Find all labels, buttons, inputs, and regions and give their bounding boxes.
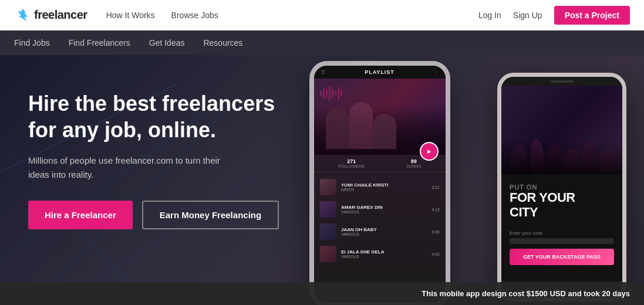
logo-text: freelancer xyxy=(34,8,87,22)
login-link[interactable]: Log In xyxy=(478,11,501,20)
waveform-decoration xyxy=(320,84,437,102)
phone-left-header: ☰ PLAYLIST ⋮ xyxy=(314,66,446,79)
hero-buttons: Hire a Freelancer Earn Money Freelancing xyxy=(28,201,298,229)
phone-right-top-bar xyxy=(501,77,622,86)
post-project-button[interactable]: Post a Project xyxy=(554,6,630,25)
speaker-grille xyxy=(550,80,574,83)
phone-right: PUT ON FOR YOUR CITY Enter your code GET… xyxy=(497,73,626,301)
song-item[interactable]: AMAR GAREX DIN VARIOUS 4:12 xyxy=(314,198,446,221)
get-ideas-link[interactable]: Get Ideas xyxy=(149,38,185,48)
top-nav-auth: Log In Sign Up Post a Project xyxy=(478,6,630,25)
earn-money-button[interactable]: Earn Money Freelancing xyxy=(142,201,279,229)
signup-link[interactable]: Sign Up xyxy=(513,11,542,20)
freelancer-logo-icon xyxy=(14,7,31,23)
bottom-info-bar: This mobile app design cost $1500 USD an… xyxy=(0,282,644,305)
svg-rect-10 xyxy=(332,89,333,98)
song-list: YUMI CHAILE KRISTI KRISTI 3:21 AMAR GARE… xyxy=(314,172,446,269)
secondary-navigation: Find Jobs Find Freelancers Get Ideas Res… xyxy=(0,30,644,55)
bottom-bar-strong: This mobile app design cost $1500 USD an… xyxy=(422,289,630,298)
profile-avatar: ▶ xyxy=(420,142,439,161)
svg-rect-6 xyxy=(320,90,322,96)
find-jobs-link[interactable]: Find Jobs xyxy=(14,38,50,48)
logo[interactable]: freelancer xyxy=(14,7,87,23)
svg-rect-13 xyxy=(340,90,342,97)
bottom-bar-text: This mobile app design cost $1500 USD an… xyxy=(14,289,630,298)
svg-rect-7 xyxy=(323,87,325,99)
find-freelancers-link[interactable]: Find Freelancers xyxy=(69,38,130,48)
song-name-1: YUMI CHAILE KRISTI xyxy=(341,182,427,188)
hero-content: Hire the best freelancers for any job, o… xyxy=(28,90,298,229)
svg-rect-12 xyxy=(338,87,339,100)
invite-input-display[interactable] xyxy=(510,238,614,244)
city-label: CITY xyxy=(510,205,614,220)
resources-link[interactable]: Resources xyxy=(203,38,242,48)
top-nav-links: How It Works Browse Jobs xyxy=(106,11,478,20)
rsvp-button[interactable]: GET YOUR BACKSTAGE PASS xyxy=(510,249,614,265)
song-item[interactable]: EI JALA SHE GELA VARIOUS 4:02 xyxy=(314,243,446,265)
song-name-4: EI JALA SHE GELA xyxy=(341,249,427,255)
song-item[interactable]: JAAN OH BABY VARIOUS 3:45 xyxy=(314,221,446,243)
hero-subtext: Millions of people use freelancer.com to… xyxy=(28,154,240,182)
phone-left: ☰ PLAYLIST ⋮ xyxy=(309,61,450,305)
concert-background xyxy=(501,86,622,174)
song-name-2: AMAR GAREX DIN xyxy=(341,205,427,210)
phone-mockups: ☰ PLAYLIST ⋮ xyxy=(292,55,632,305)
invite-code-area: Enter your code xyxy=(510,231,614,244)
how-it-works-link[interactable]: How It Works xyxy=(106,11,155,20)
playlist-label: PLAYLIST xyxy=(365,69,395,75)
song-item[interactable]: YUMI CHAILE KRISTI KRISTI 3:21 xyxy=(314,176,446,198)
svg-rect-8 xyxy=(326,89,328,97)
browse-jobs-link[interactable]: Browse Jobs xyxy=(171,11,218,20)
phone-left-screen: ☰ PLAYLIST ⋮ xyxy=(314,66,446,303)
for-your-label: FOR YOUR xyxy=(510,191,614,205)
svg-rect-9 xyxy=(329,86,331,100)
phone-right-screen: PUT ON FOR YOUR CITY Enter your code GET… xyxy=(501,77,622,297)
song-name-3: JAAN OH BABY xyxy=(341,227,427,232)
svg-rect-11 xyxy=(335,91,336,96)
concert-title-area: PUT ON FOR YOUR CITY xyxy=(501,174,622,226)
top-navigation: freelancer How It Works Browse Jobs Log … xyxy=(0,0,644,30)
hero-section: Hire the best freelancers for any job, o… xyxy=(0,55,644,305)
hero-headline: Hire the best freelancers for any job, o… xyxy=(28,90,298,143)
invite-label: Enter your code xyxy=(510,231,614,236)
hire-freelancer-button[interactable]: Hire a Freelancer xyxy=(28,201,133,229)
